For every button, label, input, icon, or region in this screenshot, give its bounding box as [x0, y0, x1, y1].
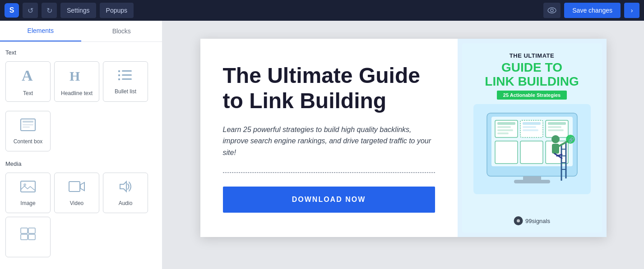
- download-button[interactable]: DOWNLOAD NOW: [223, 187, 435, 213]
- element-audio[interactable]: Audio: [103, 173, 148, 213]
- sidebar: Elements Blocks Text A Text: [0, 21, 162, 269]
- preview-button[interactable]: [543, 3, 561, 18]
- content-box-icon: [20, 118, 36, 135]
- content-elements-grid: Content box: [5, 111, 157, 151]
- svg-rect-5: [122, 70, 132, 72]
- svg-point-1: [551, 9, 553, 12]
- topbar: S ↺ ↻ Settings Popups Save changes ›: [0, 0, 644, 21]
- element-headline[interactable]: H Headline text: [54, 61, 99, 102]
- svg-point-47: [551, 135, 560, 143]
- svg-rect-13: [23, 127, 30, 128]
- svg-rect-4: [118, 70, 120, 72]
- svg-rect-12: [23, 124, 33, 125]
- sidebar-tabs: Elements Blocks: [0, 21, 162, 42]
- video-element-label: Video: [70, 200, 83, 206]
- svg-rect-40: [514, 180, 550, 183]
- svg-rect-31: [523, 129, 538, 131]
- publish-arrow-button[interactable]: ›: [624, 3, 639, 18]
- branding-logo: [514, 216, 523, 225]
- video-element-icon: [68, 180, 85, 196]
- element-content-box[interactable]: Content box: [5, 111, 51, 151]
- book-cover-subtitle-bar: 25 Actionable Strategies: [497, 91, 567, 100]
- redo-button[interactable]: ↻: [42, 3, 57, 18]
- logo: S: [5, 3, 19, 18]
- branding-text: 99signals: [525, 218, 550, 224]
- elements-panel: Text A Text H: [0, 42, 162, 269]
- svg-rect-26: [497, 129, 513, 131]
- media-section-label: Media: [5, 160, 157, 167]
- text-element-icon: A: [20, 67, 36, 87]
- book-illustration: 🔗: [473, 104, 591, 194]
- text-section-label: Text: [5, 49, 157, 56]
- svg-rect-27: [497, 132, 509, 134]
- main-layout: Elements Blocks Text A Text: [0, 21, 644, 269]
- popup-title: The Ultimate Guide to Link Building: [223, 63, 435, 113]
- svg-point-15: [23, 183, 26, 186]
- svg-rect-19: [21, 234, 28, 240]
- svg-point-55: [517, 219, 520, 223]
- element-video[interactable]: Video: [54, 173, 99, 213]
- svg-text:H: H: [69, 68, 80, 83]
- save-button[interactable]: Save changes: [564, 3, 621, 18]
- svg-rect-11: [23, 121, 33, 123]
- svg-rect-8: [118, 78, 120, 80]
- svg-rect-20: [28, 234, 35, 240]
- svg-rect-7: [122, 74, 132, 76]
- canvas-area: The Ultimate Guide to Link Building Lear…: [162, 21, 644, 269]
- svg-rect-24: [497, 122, 515, 125]
- svg-rect-17: [21, 228, 28, 233]
- popup-subtitle: Learn 25 powerful strategies to build hi…: [223, 124, 435, 159]
- svg-rect-29: [523, 122, 541, 125]
- element-text[interactable]: A Text: [5, 61, 51, 102]
- popup-divider: [223, 172, 435, 173]
- image-element-label: Image: [20, 200, 35, 206]
- bullet-list-label: Bullet list: [115, 88, 136, 95]
- svg-rect-16: [69, 182, 80, 191]
- settings-button[interactable]: Settings: [60, 3, 96, 18]
- popup-left: The Ultimate Guide to Link Building Lear…: [200, 39, 458, 237]
- book-branding: 99signals: [514, 216, 550, 225]
- gallery-element-icon: [20, 227, 36, 244]
- book-cover: The Ultimate Guide to Link Building 25 A…: [462, 43, 602, 233]
- svg-rect-25: [497, 126, 511, 128]
- svg-rect-48: [552, 144, 559, 154]
- element-image[interactable]: Image: [5, 173, 51, 213]
- image-element-icon: [20, 180, 36, 196]
- svg-rect-9: [122, 78, 132, 80]
- svg-rect-14: [21, 181, 35, 192]
- media-elements-grid: Image Video: [5, 173, 157, 257]
- text-elements-grid: A Text H Headline text: [5, 61, 157, 102]
- svg-text:🔗: 🔗: [568, 137, 575, 143]
- svg-rect-33: [548, 122, 566, 125]
- svg-rect-30: [523, 126, 536, 128]
- text-element-label: Text: [23, 90, 33, 96]
- content-box-label: Content box: [14, 138, 43, 145]
- tab-elements[interactable]: Elements: [0, 21, 81, 41]
- svg-text:A: A: [22, 67, 33, 83]
- bullet-list-icon: [117, 69, 134, 85]
- svg-rect-37: [520, 141, 543, 164]
- popup-content: The Ultimate Guide to Link Building Lear…: [200, 39, 607, 237]
- audio-element-label: Audio: [119, 200, 133, 206]
- popups-button[interactable]: Popups: [100, 3, 134, 18]
- svg-rect-18: [28, 228, 35, 233]
- headline-element-icon: H: [69, 67, 85, 87]
- svg-rect-36: [495, 141, 518, 164]
- tab-blocks[interactable]: Blocks: [81, 21, 162, 41]
- svg-rect-35: [548, 129, 564, 131]
- svg-rect-34: [548, 126, 561, 128]
- book-cover-top-line: The Ultimate: [510, 52, 554, 59]
- svg-point-0: [548, 8, 556, 13]
- undo-button[interactable]: ↺: [23, 3, 38, 18]
- headline-element-label: Headline text: [61, 90, 93, 96]
- popup-right: The Ultimate Guide to Link Building 25 A…: [458, 39, 607, 237]
- element-bullet-list[interactable]: Bullet list: [103, 61, 148, 102]
- svg-rect-6: [118, 74, 120, 76]
- book-cover-main-title: Guide to Link Building: [485, 61, 579, 89]
- element-gallery[interactable]: [5, 217, 51, 257]
- audio-element-icon: [117, 180, 134, 196]
